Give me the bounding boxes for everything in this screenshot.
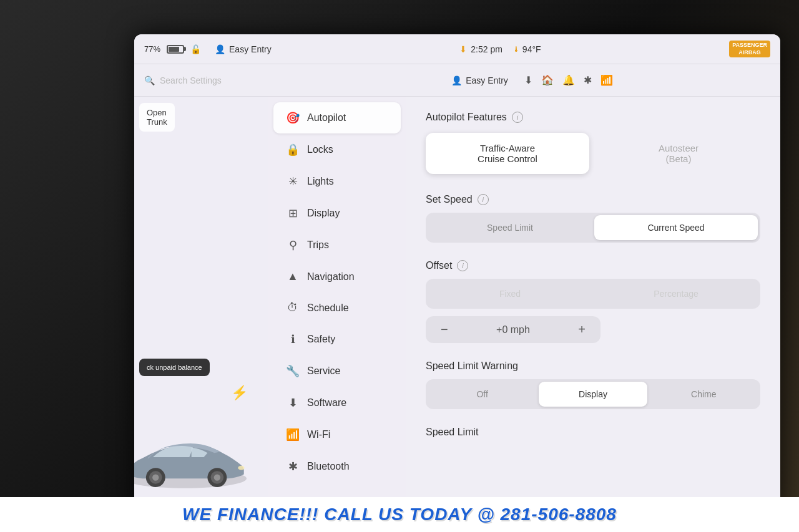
sidebar-item-wifi[interactable]: 📶 Wi-Fi [273, 419, 401, 450]
software-icon: ⬇ [286, 396, 300, 410]
lock-icon: 🔒 [286, 143, 300, 157]
nav-bluetooth-icon: ✱ [584, 74, 592, 86]
svg-point-3 [152, 474, 159, 480]
speed-limit-warning-title: Speed Limit Warning [426, 360, 760, 372]
sidebar-item-software[interactable]: ⬇ Software [273, 387, 401, 418]
offset-stepper: − +0 mph + [426, 316, 600, 343]
open-trunk-button[interactable]: Open Trunk [139, 103, 175, 132]
autopilot-features-title: Autopilot Features i [426, 112, 760, 123]
speed-limit-warning-section: Speed Limit Warning Off Display Chime [426, 360, 760, 409]
sidebar-locks-label: Locks [307, 144, 333, 155]
battery-percentage: 77% [144, 44, 160, 54]
stepper-plus-btn[interactable]: + [573, 320, 591, 339]
temp-value: 94°F [522, 44, 541, 54]
sidebar-item-bluetooth[interactable]: ✱ Bluetooth [273, 451, 401, 482]
autosteer-button[interactable]: Autosteer (Beta) [597, 133, 760, 174]
open-trunk-label: Open Trunk [147, 108, 167, 127]
navigation-icon: ▲ [286, 270, 300, 283]
search-box[interactable]: 🔍 Search Settings [144, 75, 294, 85]
status-center: ⬇ 2:52 pm 🌡 94°F [272, 44, 729, 54]
lock-icon: 🔓 [190, 44, 201, 54]
lights-icon: ✳ [286, 175, 300, 188]
easy-entry-status: Easy Entry [229, 44, 272, 54]
stepper-value: +0 mph [463, 324, 564, 336]
warning-display-btn[interactable]: Display [539, 382, 647, 407]
sidebar-item-trips[interactable]: ⚲ Trips [273, 230, 401, 261]
set-speed-title: Set Speed i [426, 194, 760, 205]
screen-bezel: 77% 🔓 👤 Easy Entry ⬇ 2:52 pm 🌡 94°F PASS… [134, 34, 780, 513]
fixed-btn[interactable]: Fixed [428, 281, 592, 306]
nav-bell-icon: 🔔 [562, 74, 575, 86]
sidebar-navigation-label: Navigation [307, 271, 355, 283]
nav-icons: ⬇ 🏠 🔔 ✱ 📶 [524, 74, 613, 86]
sidebar-item-autopilot[interactable]: 🎯 Autopilot [273, 102, 401, 133]
settings-panel: Autopilot Features i Traffic-Aware Cruis… [406, 97, 780, 513]
set-speed-info-icon[interactable]: i [478, 194, 489, 205]
lightning-icon: ⚡ [231, 385, 248, 401]
unpaid-balance-badge: ck unpaid balance [139, 359, 210, 376]
battery-fill [169, 47, 179, 52]
sidebar-item-navigation[interactable]: ▲ Navigation [273, 261, 401, 292]
sidebar-item-schedule[interactable]: ⏱ Schedule [273, 293, 401, 323]
nav-home-icon: 🏠 [541, 74, 554, 86]
car-area: Open Trunk [134, 97, 268, 513]
bluetooth-icon: ✱ [286, 460, 300, 473]
nav-signal-icon: 📶 [600, 74, 613, 86]
sidebar-safety-label: Safety [307, 334, 335, 345]
sidebar-autopilot-label: Autopilot [307, 112, 346, 123]
offset-info-icon[interactable]: i [457, 260, 468, 271]
time-display: ⬇ 2:52 pm [459, 44, 502, 54]
time-value: 2:52 pm [471, 44, 502, 54]
current-speed-btn[interactable]: Current Speed [594, 215, 758, 240]
sidebar-item-display[interactable]: ⊞ Display [273, 198, 401, 229]
svg-point-7 [238, 466, 244, 470]
temp-icon: 🌡 [512, 45, 520, 54]
offset-section: Offset i Fixed Percentage − +0 mph + [426, 260, 760, 343]
svg-point-6 [214, 474, 220, 480]
warning-chime-btn[interactable]: Chime [650, 382, 758, 407]
percentage-btn[interactable]: Percentage [594, 281, 758, 306]
sidebar-trips-label: Trips [307, 239, 329, 251]
sidebar-schedule-label: Schedule [307, 302, 349, 314]
status-left: 77% 🔓 👤 Easy Entry [144, 44, 272, 54]
sidebar-software-label: Software [307, 397, 346, 409]
service-icon: 🔧 [286, 364, 300, 378]
safety-icon: ℹ [286, 332, 300, 346]
nav-bar: 🔍 Search Settings 👤 Easy Entry ⬇ 🏠 🔔 ✱ 📶 [134, 64, 780, 97]
set-speed-toggle: Speed Limit Current Speed [426, 213, 760, 243]
set-speed-section: Set Speed i Speed Limit Current Speed [426, 194, 760, 243]
search-icon: 🔍 [144, 75, 155, 85]
profile-section: 👤 Easy Entry [215, 44, 272, 54]
main-content: Open Trunk [134, 97, 780, 513]
sidebar-wifi-label: Wi-Fi [307, 429, 330, 440]
sidebar-bluetooth-label: Bluetooth [307, 461, 350, 472]
status-bar: 77% 🔓 👤 Easy Entry ⬇ 2:52 pm 🌡 94°F PASS… [134, 34, 780, 64]
trips-icon: ⚲ [286, 238, 300, 252]
speed-limit-title: Speed Limit [426, 427, 760, 438]
sidebar-lights-label: Lights [307, 176, 334, 187]
offset-toggle: Fixed Percentage [426, 279, 760, 309]
autopilot-feature-buttons: Traffic-Aware Cruise Control Autosteer (… [426, 133, 760, 174]
speed-limit-warning-toggle: Off Display Chime [426, 379, 760, 409]
sidebar-item-service[interactable]: 🔧 Service [273, 355, 401, 387]
autopilot-features-section: Autopilot Features i Traffic-Aware Cruis… [426, 112, 760, 174]
sidebar-item-safety[interactable]: ℹ Safety [273, 324, 401, 355]
stepper-minus-btn[interactable]: − [436, 320, 453, 339]
battery-icon [167, 45, 184, 54]
warning-off-btn[interactable]: Off [428, 382, 536, 407]
sidebar-display-label: Display [307, 208, 340, 219]
wifi-icon: 📶 [286, 428, 300, 442]
sidebar-item-lights[interactable]: ✳ Lights [273, 166, 401, 197]
steering-wheel-icon: 🎯 [286, 111, 300, 125]
speed-limit-btn[interactable]: Speed Limit [428, 215, 592, 240]
nav-download-icon: ⬇ [524, 74, 532, 86]
nav-profile-icon: 👤 [451, 75, 462, 85]
nav-easy-entry-label: Easy Entry [466, 75, 508, 85]
sidebar-item-locks[interactable]: 🔒 Locks [273, 134, 401, 165]
traffic-aware-button[interactable]: Traffic-Aware Cruise Control [426, 133, 589, 174]
status-right: PASSENGERAIRBAG [729, 41, 770, 57]
autopilot-info-icon[interactable]: i [512, 112, 523, 123]
profile-icon: 👤 [215, 44, 225, 54]
unpaid-balance-text: ck unpaid balance [147, 364, 202, 371]
display-icon: ⊞ [286, 206, 300, 220]
